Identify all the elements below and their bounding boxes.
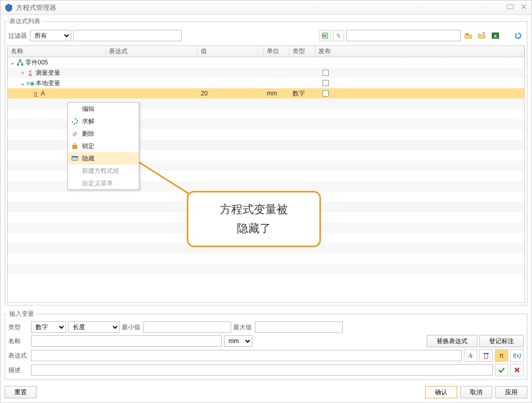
description-input[interactable]: [31, 364, 493, 376]
tree-label: 零件005: [25, 58, 48, 67]
measure-button[interactable]: [479, 349, 493, 362]
sigma-icon: Σ: [27, 69, 34, 76]
unit-select[interactable]: mm: [224, 335, 252, 347]
max-input[interactable]: [255, 321, 343, 333]
filter-input[interactable]: [73, 30, 182, 41]
col-name[interactable]: 名称: [8, 46, 106, 57]
col-expr[interactable]: 表达式: [106, 46, 198, 57]
svg-rect-5: [17, 63, 19, 66]
apply-button[interactable]: 应用: [495, 386, 527, 398]
replace-expression-button[interactable]: 替换表达式: [427, 335, 477, 347]
solve-icon: [71, 117, 79, 125]
menu-custom[interactable]: 自定义菜单: [68, 177, 139, 189]
tree-row-root[interactable]: ⌄ 零件005: [8, 57, 524, 68]
menu-delete[interactable]: 删除: [68, 127, 139, 140]
input-variable-group: 输入变量 类型 数字 长度 最小值 最大值 名称 mm 替换表达式 登记标注 表…: [5, 310, 527, 380]
reject-button[interactable]: [510, 364, 524, 376]
col-value[interactable]: 值: [198, 46, 264, 57]
dialog-button-bar: 重置 确认 取消 应用: [1, 382, 531, 402]
folder-open-button[interactable]: [463, 30, 474, 41]
type-select[interactable]: 数字: [31, 321, 66, 333]
type-label: 类型: [8, 323, 28, 332]
name-input[interactable]: [31, 335, 222, 347]
edit-icon: [71, 105, 79, 113]
expand-icon[interactable]: ›: [20, 69, 25, 76]
grid-header: 名称 表达式 值 单位 类型 发布: [8, 46, 524, 57]
refresh-button[interactable]: [512, 30, 524, 41]
publish-checkbox[interactable]: [323, 90, 329, 96]
tree-row-local[interactable]: ⌄ π◉ 本地变量: [8, 78, 524, 88]
expand-icon[interactable]: ⌄: [20, 79, 25, 87]
filter-row: 过滤器 所有 X: [7, 28, 525, 43]
context-menu: 编辑 求解 删除 锁定 隐藏 新建方程式组 自定义菜单: [67, 102, 139, 190]
app-icon: [5, 4, 13, 12]
part-icon: [17, 59, 24, 66]
max-label: 最大值: [233, 323, 252, 332]
menu-lock[interactable]: 锁定: [68, 140, 139, 152]
eraser-icon: [71, 130, 79, 138]
filter-label: 过滤器: [8, 31, 27, 40]
menu-hide[interactable]: 隐藏: [68, 152, 139, 165]
svg-rect-0: [507, 5, 513, 9]
hide-icon: [71, 154, 79, 163]
svg-rect-7: [73, 146, 77, 149]
col-pub[interactable]: 发布: [315, 46, 524, 57]
expand-icon[interactable]: ⌄: [10, 59, 15, 66]
var-name: A: [41, 90, 45, 97]
expr-label: 表达式: [8, 351, 28, 360]
dimension-select[interactable]: 长度: [68, 321, 120, 333]
menu-edit[interactable]: 编辑: [68, 103, 139, 115]
input-variable-legend: 输入变量: [7, 310, 36, 318]
annotation-callout: 方程式变量被 隐藏了: [187, 191, 321, 247]
tree-row-measure[interactable]: › Σ 测量变量: [8, 68, 524, 78]
callout-line2: 隐藏了: [194, 219, 314, 238]
min-label: 最小值: [122, 323, 140, 332]
accept-button[interactable]: [495, 364, 508, 376]
pi-eye-icon: π◉: [27, 79, 34, 87]
svg-rect-6: [21, 63, 23, 66]
expression-input[interactable]: [31, 350, 462, 361]
font-button[interactable]: A⁄: [464, 349, 477, 362]
function-button[interactable]: f(x): [510, 349, 524, 362]
var-unit: mm: [264, 90, 289, 97]
window-close-icon[interactable]: [520, 3, 527, 12]
excel-import-button[interactable]: [319, 30, 331, 41]
window-minimize-icon[interactable]: [507, 3, 514, 12]
col-type[interactable]: 类型: [289, 46, 315, 57]
publish-checkbox[interactable]: [323, 80, 329, 86]
desc-label: 描述: [8, 366, 28, 375]
var-type: 数字: [289, 89, 315, 98]
callout-line1: 方程式变量被: [194, 200, 314, 219]
filter-select[interactable]: 所有: [30, 30, 71, 41]
titlebar: 方程式管理器: [1, 1, 531, 15]
tree-label: 测量变量: [36, 69, 60, 77]
pi-icon: π: [32, 90, 39, 97]
svg-rect-4: [19, 59, 21, 61]
menu-solve[interactable]: 求解: [68, 115, 139, 127]
equation-manager-window: 方程式管理器 表达式列表 过滤器 所有: [0, 0, 532, 403]
svg-rect-9: [72, 156, 78, 157]
link-path-input[interactable]: [346, 30, 461, 41]
link-button[interactable]: [333, 30, 344, 41]
pi-button[interactable]: π: [495, 349, 508, 362]
cancel-button[interactable]: 取消: [460, 386, 492, 398]
window-buttons: [507, 3, 527, 12]
var-value: 20: [198, 90, 264, 97]
excel-button[interactable]: X: [490, 30, 501, 41]
publish-checkbox[interactable]: [323, 70, 329, 76]
min-input[interactable]: [143, 321, 231, 333]
col-unit[interactable]: 单位: [264, 46, 289, 57]
svg-rect-11: [485, 353, 488, 359]
window-title: 方程式管理器: [16, 3, 507, 12]
menu-new-group[interactable]: 新建方程式组: [68, 165, 139, 177]
tree-row-var-a[interactable]: π A 20 mm 数字: [8, 88, 524, 99]
lock-icon: [71, 142, 79, 150]
svg-text:X: X: [494, 34, 497, 39]
reset-button[interactable]: 重置: [5, 386, 37, 398]
register-annotation-button[interactable]: 登记标注: [479, 335, 524, 347]
name-label: 名称: [8, 337, 28, 346]
expression-list-legend: 表达式列表: [7, 17, 42, 26]
ok-button[interactable]: 确认: [425, 386, 457, 398]
folder-export-button[interactable]: [476, 30, 488, 41]
tree-label: 本地变量: [36, 79, 60, 88]
